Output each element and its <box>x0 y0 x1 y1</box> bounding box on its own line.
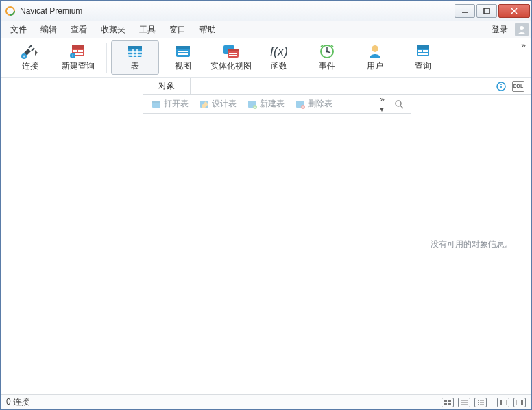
action-open-table[interactable]: 打开表 <box>147 97 193 111</box>
search-icon[interactable] <box>391 99 407 109</box>
menu-edit[interactable]: 编辑 <box>34 22 64 38</box>
svg-text:+: + <box>23 54 25 59</box>
svg-rect-60 <box>444 403 447 405</box>
table-icon <box>125 43 145 60</box>
statusbar: 0 连接 <box>1 394 531 409</box>
svg-rect-45 <box>152 101 160 103</box>
svg-rect-72 <box>500 400 502 405</box>
svg-line-37 <box>327 51 330 53</box>
toolbar-overflow-icon[interactable]: » <box>521 40 526 50</box>
svg-text:f(x): f(x) <box>270 45 288 58</box>
view-detail-icon[interactable] <box>474 398 487 407</box>
svg-rect-14 <box>78 50 83 52</box>
panel-right-icon[interactable] <box>513 398 526 407</box>
svg-text:+: + <box>254 105 256 109</box>
tool-user-label: 用户 <box>367 60 383 72</box>
info-icon[interactable] <box>496 81 507 92</box>
panel-left-icon[interactable] <box>497 398 509 407</box>
svg-rect-58 <box>444 400 447 402</box>
info-pane: DDL 没有可用的对象信息。 <box>411 78 531 394</box>
menu-tools[interactable]: 工具 <box>132 22 162 38</box>
window-buttons <box>453 4 530 18</box>
svg-rect-30 <box>228 49 239 51</box>
svg-rect-13 <box>73 50 77 52</box>
actions-more-icon[interactable]: »▾ <box>376 95 389 114</box>
query-icon <box>413 43 433 60</box>
app-icon <box>5 5 16 16</box>
action-new-table[interactable]: + 新建表 <box>243 97 289 111</box>
tool-new-query-label: 新建查询 <box>62 60 95 72</box>
svg-point-65 <box>478 400 479 401</box>
svg-rect-40 <box>417 45 429 49</box>
close-button[interactable] <box>498 4 530 18</box>
info-pane-header: DDL <box>411 78 531 95</box>
open-table-icon <box>152 99 161 109</box>
menubar: 文件 编辑 查看 收藏夹 工具 窗口 帮助 登录 <box>1 21 531 38</box>
panel-toggle-group <box>495 398 526 407</box>
svg-rect-31 <box>229 53 237 54</box>
menu-help[interactable]: 帮助 <box>193 22 223 38</box>
tab-blank-area <box>191 78 411 94</box>
svg-rect-74 <box>521 400 523 405</box>
titlebar: Navicat Premium <box>1 1 531 21</box>
svg-point-69 <box>478 404 479 405</box>
tool-table-label: 表 <box>131 60 139 72</box>
svg-line-8 <box>32 48 34 51</box>
minimize-button[interactable] <box>455 4 475 18</box>
svg-rect-19 <box>128 46 142 49</box>
login-link[interactable]: 登录 <box>487 22 512 38</box>
tool-table[interactable]: 表 <box>111 40 159 75</box>
svg-rect-26 <box>178 51 188 52</box>
view-mode-group <box>439 398 487 407</box>
svg-point-67 <box>478 402 479 403</box>
tool-connection-label: 连接 <box>22 60 38 72</box>
tool-query-label: 查询 <box>415 60 431 72</box>
menu-window[interactable]: 窗口 <box>162 22 193 38</box>
svg-rect-3 <box>484 8 489 14</box>
main-toolbar: + 连接 + 新建查询 表 视图 实体化视图 <box>1 38 531 77</box>
app-window: Navicat Premium 文件 编辑 查看 收藏夹 工具 窗口 帮助 登录… <box>0 0 532 410</box>
tool-event[interactable]: 事件 <box>303 40 351 75</box>
plug-icon: + <box>20 43 40 60</box>
tool-materialized-view-label: 实体化视图 <box>210 60 252 72</box>
svg-rect-59 <box>448 400 451 402</box>
svg-rect-41 <box>418 50 422 52</box>
view-grid-icon[interactable] <box>442 398 454 407</box>
tool-new-query[interactable]: + 新建查询 <box>54 40 102 75</box>
tab-objects[interactable]: 对象 <box>143 78 191 94</box>
status-connections: 0 连接 <box>6 396 29 408</box>
svg-point-38 <box>372 45 378 52</box>
menu-view[interactable]: 查看 <box>64 22 94 38</box>
info-empty-text: 没有可用的对象信息。 <box>411 95 531 394</box>
tool-materialized-view[interactable]: 实体化视图 <box>207 40 255 75</box>
delete-table-icon <box>295 99 305 109</box>
tool-user[interactable]: 用户 <box>351 40 399 75</box>
tool-event-label: 事件 <box>319 60 335 72</box>
tool-query[interactable]: 查询 <box>399 40 447 75</box>
window-title: Navicat Premium <box>20 6 453 16</box>
content-area: 对象 打开表 设计表 + 新建表 删除表 <box>1 77 531 394</box>
clock-icon <box>317 43 337 60</box>
menu-file[interactable]: 文件 <box>3 22 34 38</box>
new-query-icon: + <box>68 43 88 60</box>
menu-favorites[interactable]: 收藏夹 <box>94 22 132 38</box>
view-list-icon[interactable] <box>458 398 470 407</box>
svg-rect-25 <box>176 46 190 49</box>
svg-rect-61 <box>448 403 451 405</box>
svg-point-6 <box>520 26 524 30</box>
tool-view[interactable]: 视图 <box>159 40 207 75</box>
maximize-button[interactable] <box>476 4 497 18</box>
tool-function[interactable]: f(x) 函数 <box>255 40 303 75</box>
svg-line-7 <box>29 45 32 48</box>
ddl-icon[interactable]: DDL <box>512 81 524 92</box>
user-icon <box>365 43 385 60</box>
avatar-icon[interactable] <box>515 23 529 36</box>
action-design-table[interactable]: 设计表 <box>195 97 241 111</box>
action-delete-table[interactable]: 删除表 <box>291 97 337 111</box>
main-pane: 对象 打开表 设计表 + 新建表 删除表 <box>143 78 411 394</box>
tool-connection[interactable]: + 连接 <box>6 40 54 75</box>
toolbar-separator <box>106 43 107 73</box>
objects-list[interactable] <box>143 114 411 394</box>
svg-line-54 <box>400 106 403 108</box>
connections-tree[interactable] <box>1 78 143 394</box>
